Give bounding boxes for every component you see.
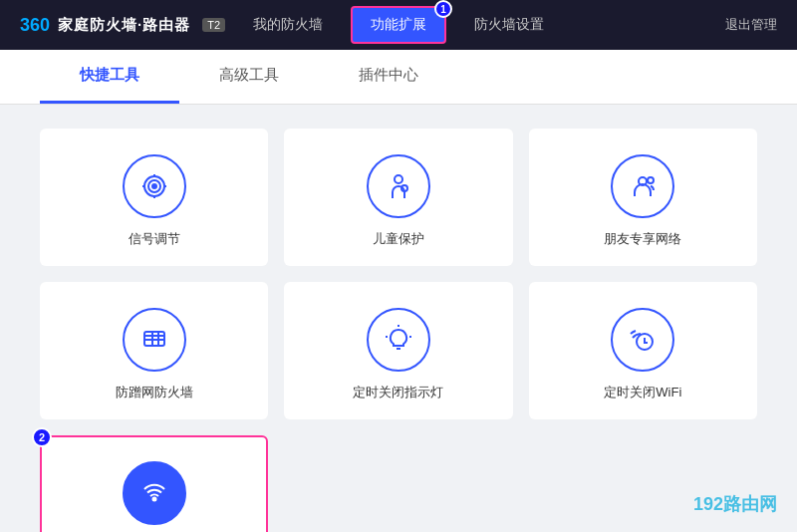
tool-card-signal-adjust[interactable]: 信号调节 bbox=[40, 129, 268, 266]
tab-quick-tools[interactable]: 快捷工具 bbox=[40, 50, 179, 104]
logo-text: 家庭防火墙·路由器 bbox=[58, 16, 190, 35]
tab-bar: 快捷工具 高级工具 插件中心 bbox=[0, 50, 797, 105]
tool-card-timer-indicator[interactable]: 定时关闭指示灯 bbox=[284, 282, 512, 419]
tool-label-signal: 信号调节 bbox=[129, 230, 180, 248]
tool-label-anti-rub: 防蹭网防火墙 bbox=[116, 384, 193, 401]
func-expand-badge: 1 bbox=[434, 0, 452, 18]
wifi-timer-icon bbox=[611, 308, 674, 372]
tool-card-anti-rub[interactable]: 防蹭网防火墙 bbox=[40, 282, 268, 419]
child-icon bbox=[367, 154, 430, 218]
nav-func-expand[interactable]: 功能扩展 1 bbox=[351, 6, 446, 44]
tool-card-friend-share[interactable]: 朋友专享网络 bbox=[529, 129, 757, 266]
svg-point-8 bbox=[401, 185, 407, 191]
tool-label-friend: 朋友专享网络 bbox=[604, 230, 681, 248]
main-content: 信号调节 儿童保护 bbox=[0, 105, 797, 532]
tool-label-timer-indicator: 定时关闭指示灯 bbox=[353, 384, 443, 401]
dual-wifi-icon bbox=[123, 461, 186, 525]
watermark: 192路由网 bbox=[693, 492, 777, 516]
tool-label-timer-wifi: 定时关闭WiFi bbox=[604, 384, 681, 401]
tool-card-child-protect[interactable]: 儿童保护 bbox=[284, 129, 512, 266]
logo-badge: T2 bbox=[202, 18, 225, 32]
firewall-icon bbox=[123, 308, 186, 372]
logo-360: 360 bbox=[20, 15, 50, 36]
tab-advanced-tools[interactable]: 高级工具 bbox=[179, 50, 319, 104]
tab-plugin-center[interactable]: 插件中心 bbox=[319, 50, 458, 104]
header: 360 家庭防火墙·路由器 T2 我的防火墙 功能扩展 1 防火墙设置 退出管理 bbox=[0, 0, 797, 50]
svg-point-2 bbox=[152, 184, 156, 188]
nav-firewall-settings[interactable]: 防火墙设置 bbox=[456, 8, 562, 42]
tool-card-dual-band[interactable]: 2 双频合一 bbox=[40, 435, 268, 532]
tool-card-timer-wifi[interactable]: 定时关闭WiFi bbox=[529, 282, 757, 419]
header-nav: 我的防火墙 功能扩展 1 防火墙设置 bbox=[235, 6, 562, 44]
svg-point-23 bbox=[152, 498, 155, 501]
tool-label-child: 儿童保护 bbox=[373, 230, 424, 248]
logout-button[interactable]: 退出管理 bbox=[725, 16, 777, 34]
bulb-icon bbox=[367, 308, 430, 372]
svg-point-11 bbox=[648, 177, 654, 183]
dual-band-badge: 2 bbox=[32, 427, 52, 447]
signal-icon bbox=[123, 154, 186, 218]
nav-my-firewall[interactable]: 我的防火墙 bbox=[235, 8, 341, 42]
friend-icon bbox=[611, 154, 674, 218]
tool-grid: 信号调节 儿童保护 bbox=[40, 129, 757, 532]
logo-area: 360 家庭防火墙·路由器 T2 bbox=[20, 15, 225, 36]
svg-point-7 bbox=[395, 175, 402, 183]
